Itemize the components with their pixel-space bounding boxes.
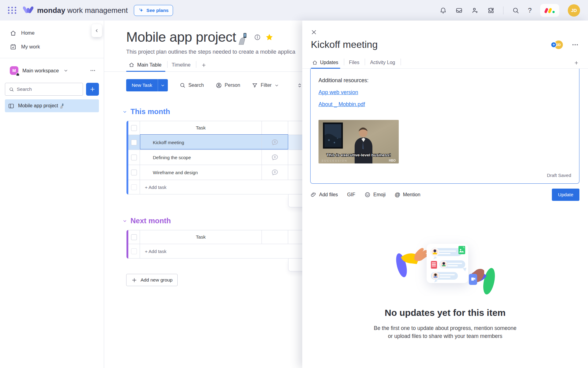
- add-task-button[interactable]: + Add task: [140, 249, 166, 254]
- sidebar-item-label: Home: [21, 30, 35, 36]
- task-column-header[interactable]: Task: [140, 230, 262, 244]
- draft-status: Draft Saved: [318, 173, 571, 178]
- info-icon[interactable]: [254, 34, 261, 41]
- chevron-down-icon: [160, 83, 165, 88]
- group-name[interactable]: Next month: [130, 217, 171, 225]
- workspace-name: Main workspace: [22, 68, 59, 74]
- chevron-down-icon[interactable]: [123, 219, 127, 223]
- topbar: monday work management See plans ?: [0, 0, 588, 21]
- workspace-menu-icon[interactable]: [90, 67, 96, 74]
- plus-icon: [574, 60, 579, 65]
- tab-timeline[interactable]: Timeline: [169, 62, 194, 71]
- board-label: Mobile app project: [18, 103, 58, 109]
- new-task-dropdown[interactable]: [158, 79, 168, 91]
- favorite-star-icon[interactable]: [265, 33, 273, 41]
- add-item-button[interactable]: [86, 83, 99, 96]
- update-submit-button[interactable]: Update: [552, 189, 579, 201]
- selfie-emoji-icon: [237, 32, 250, 45]
- gif-watermark: SUCCESSION: [322, 159, 348, 162]
- add-update-chat-icon[interactable]: [271, 153, 279, 162]
- item-title[interactable]: Kickoff meeting: [311, 39, 378, 50]
- tab-files[interactable]: Files: [348, 60, 361, 68]
- sidebar-item-home[interactable]: Home: [0, 26, 104, 40]
- home-icon: [312, 60, 318, 65]
- my-work-icon: [10, 44, 17, 50]
- row-checkbox: [131, 155, 137, 160]
- add-task-button[interactable]: + Add task: [140, 185, 166, 190]
- new-task-button[interactable]: New Task: [126, 79, 168, 91]
- group-name[interactable]: This month: [130, 107, 170, 116]
- add-new-group-button[interactable]: Add new group: [126, 274, 178, 286]
- close-icon: [311, 29, 317, 35]
- sort-button[interactable]: [297, 82, 303, 88]
- apps-grid-icon[interactable]: [8, 7, 17, 14]
- inbox-tray-icon[interactable]: [455, 7, 463, 14]
- at-sign-icon: @: [395, 192, 400, 198]
- task-column-header[interactable]: Task: [140, 121, 262, 135]
- embedded-gif[interactable]: This is executive-level business! SUCCES…: [318, 120, 399, 163]
- editor-actions: Add files GIF Emoji @ Mention Update: [310, 189, 579, 201]
- item-menu-icon[interactable]: [571, 41, 579, 48]
- tab-updates[interactable]: Updates: [311, 60, 340, 68]
- notifications-bell-icon[interactable]: [439, 7, 447, 14]
- gif-button[interactable]: GIF: [347, 192, 355, 197]
- add-view-button[interactable]: [198, 63, 209, 71]
- mention-button[interactable]: @ Mention: [395, 192, 420, 198]
- tab-activity-log[interactable]: Activity Log: [369, 60, 397, 68]
- sidebar-board-mobile-app-project[interactable]: Mobile app project: [5, 99, 99, 112]
- close-panel-button[interactable]: [311, 29, 317, 35]
- task-name[interactable]: Kickoff meeting: [140, 135, 262, 150]
- no-updates-illustration: [395, 229, 496, 296]
- sidebar-collapse-button[interactable]: [92, 24, 102, 37]
- chevron-left-icon: [94, 28, 99, 33]
- workspace-search[interactable]: [5, 83, 83, 96]
- user-avatar[interactable]: JD: [568, 4, 580, 17]
- help-icon[interactable]: ?: [528, 6, 532, 14]
- chevron-down-icon: [274, 83, 279, 88]
- link-about-mobbin-pdf[interactable]: About _ Mobbin.pdf: [318, 101, 365, 108]
- add-update-chat-icon[interactable]: [271, 138, 279, 147]
- brand-name: monday work management: [37, 6, 128, 15]
- empty-updates-state: No updates yet for this item Be the firs…: [302, 229, 588, 340]
- apps-marketplace-puzzle-icon[interactable]: [487, 7, 495, 14]
- home-icon: [10, 30, 17, 36]
- plus-icon: [201, 63, 206, 68]
- add-update-chat-icon[interactable]: [271, 168, 279, 177]
- sparkle-icon: [138, 8, 144, 13]
- add-item-view-button[interactable]: [574, 60, 579, 68]
- row-checkbox: [131, 140, 137, 145]
- task-name[interactable]: Wireframe and design: [140, 165, 262, 180]
- paperclip-icon: [310, 192, 316, 198]
- workspace-switcher[interactable]: M Main workspace: [0, 64, 104, 77]
- workspace-avatar: M: [10, 66, 18, 75]
- tab-main-table[interactable]: Main Table: [126, 62, 165, 71]
- search-input[interactable]: [17, 86, 79, 92]
- chevron-down-icon[interactable]: [63, 68, 68, 73]
- update-editor[interactable]: Additional resources: App web version Ab…: [310, 69, 579, 184]
- workspace-home-badge-icon: [16, 72, 20, 76]
- gif-caption: This is executive-level business!: [326, 153, 390, 157]
- monday-home-icon[interactable]: [540, 4, 559, 17]
- see-plans-button[interactable]: See plans: [134, 5, 173, 16]
- emoji-button[interactable]: Emoji: [364, 192, 386, 198]
- filter-person-button[interactable]: Person: [216, 82, 240, 89]
- select-all-checkbox: [131, 234, 137, 240]
- editor-paragraph: Additional resources:: [318, 77, 571, 84]
- brand-logo[interactable]: monday work management: [23, 6, 128, 15]
- task-name[interactable]: Defining the scope: [140, 150, 262, 165]
- page-title[interactable]: Mobile app project: [126, 29, 250, 45]
- group-color-bar: [126, 230, 128, 259]
- topbar-divider: [503, 6, 503, 14]
- add-files-button[interactable]: Add files: [310, 192, 338, 198]
- search-tasks-button[interactable]: Search: [179, 82, 204, 88]
- invite-member-icon[interactable]: [471, 7, 479, 14]
- link-app-web-version[interactable]: App web version: [318, 89, 358, 96]
- search-icon: [9, 86, 14, 92]
- sidebar-item-my-work[interactable]: My work: [0, 40, 104, 54]
- chevron-down-icon[interactable]: [123, 109, 127, 114]
- sidebar-divider: [0, 58, 104, 58]
- add-subscriber-button[interactable]: [551, 42, 557, 48]
- filter-button[interactable]: Filter: [252, 82, 279, 88]
- monday-logo-icon: [23, 6, 33, 14]
- search-icon[interactable]: [512, 7, 519, 14]
